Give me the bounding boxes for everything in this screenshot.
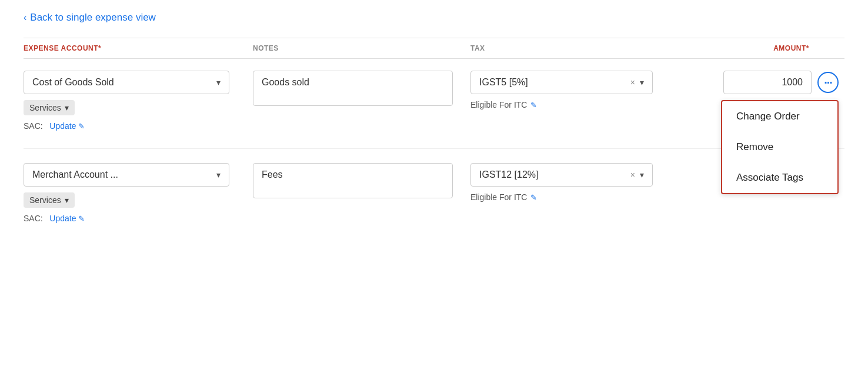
notes-col-1: Goods sold — [253, 71, 470, 108]
tax-select-label-1: IGST5 [5%] — [479, 77, 528, 88]
account-select-arrow-2: ▾ — [216, 170, 221, 179]
dropdown-item-associate-tags[interactable]: Associate Tags — [722, 162, 837, 193]
services-tag-label-2: Services — [29, 195, 61, 205]
amount-input-1[interactable] — [723, 71, 812, 94]
sac-prefix-1: SAC: — [24, 121, 43, 131]
dropdown-item-remove[interactable]: Remove — [722, 132, 837, 162]
col-header-expense-account: EXPENSE ACCOUNT* — [24, 44, 253, 52]
services-tag-arrow-2: ▾ — [65, 195, 69, 205]
eligible-itc-edit-1[interactable]: ✎ — [530, 101, 537, 109]
eligible-itc-1: Eligible For ITC ✎ — [470, 100, 659, 109]
account-select-2[interactable]: Merchant Account ... ▾ — [24, 163, 229, 187]
tax-select-1[interactable]: IGST5 [5%] × ▾ — [470, 71, 653, 94]
tax-arrow-icon-1: ▾ — [640, 78, 644, 87]
amount-wrapper-1: ··· Change Order Remove Associate Tags — [723, 71, 839, 94]
col-header-notes: NOTES — [253, 44, 470, 52]
account-select-label-1: Cost of Goods Sold — [32, 77, 114, 88]
amount-col-1: ··· Change Order Remove Associate Tags — [670, 71, 844, 94]
eligible-itc-edit-2[interactable]: ✎ — [530, 193, 537, 202]
more-btn-1[interactable]: ··· — [817, 72, 839, 93]
tax-actions-1: × ▾ — [630, 78, 644, 87]
tax-col-2: IGST12 [12%] × ▾ Eligible For ITC ✎ — [470, 163, 670, 202]
sac-update-link-2[interactable]: Update ✎ — [49, 214, 85, 223]
services-tag-label-1: Services — [29, 103, 61, 112]
eligible-itc-label-1: Eligible For ITC — [470, 100, 527, 109]
dropdown-menu-1: Change Order Remove Associate Tags — [721, 100, 839, 194]
page-container: ‹ Back to single expense view EXPENSE AC… — [0, 0, 868, 264]
notes-input-1[interactable]: Goods sold — [253, 71, 453, 106]
sac-row-1: SAC: Update ✎ — [24, 121, 241, 131]
tax-clear-btn-1[interactable]: × — [630, 78, 635, 87]
sac-row-2: SAC: Update ✎ — [24, 214, 241, 223]
dropdown-item-change-order[interactable]: Change Order — [722, 101, 837, 132]
tax-select-2[interactable]: IGST12 [12%] × ▾ — [470, 163, 653, 187]
back-link-label: Back to single expense view — [30, 12, 156, 24]
back-link[interactable]: ‹ Back to single expense view — [24, 12, 156, 24]
chevron-left-icon: ‹ — [24, 12, 26, 23]
services-tag-2[interactable]: Services ▾ — [24, 192, 75, 208]
col-header-amount: AMOUNT* — [670, 44, 844, 52]
sac-edit-icon-2: ✎ — [78, 214, 85, 223]
more-btn-dots-1: ··· — [824, 77, 832, 88]
tax-arrow-icon-2: ▾ — [640, 170, 644, 179]
account-col-1: Cost of Goods Sold ▾ Services ▾ SAC: Upd… — [24, 71, 253, 131]
account-col-2: Merchant Account ... ▾ Services ▾ SAC: U… — [24, 163, 253, 223]
tax-select-label-2: IGST12 [12%] — [479, 169, 539, 180]
notes-col-2: Fees — [253, 163, 470, 201]
table-header: EXPENSE ACCOUNT* NOTES TAX AMOUNT* — [24, 38, 844, 59]
sac-prefix-2: SAC: — [24, 214, 43, 223]
account-select-label-2: Merchant Account ... — [32, 169, 118, 180]
expense-row-1: Cost of Goods Sold ▾ Services ▾ SAC: Upd… — [24, 71, 844, 131]
tax-actions-2: × ▾ — [630, 170, 644, 179]
eligible-itc-label-2: Eligible For ITC — [470, 192, 527, 202]
account-select-1[interactable]: Cost of Goods Sold ▾ — [24, 71, 229, 94]
account-select-arrow-1: ▾ — [216, 78, 221, 87]
sac-edit-icon-1: ✎ — [78, 122, 85, 131]
eligible-itc-2: Eligible For ITC ✎ — [470, 192, 659, 202]
sac-update-link-1[interactable]: Update ✎ — [49, 121, 85, 131]
services-tag-1[interactable]: Services ▾ — [24, 100, 75, 115]
col-header-tax: TAX — [470, 44, 670, 52]
notes-input-2[interactable]: Fees — [253, 163, 453, 198]
services-tag-arrow-1: ▾ — [65, 103, 69, 112]
tax-col-1: IGST5 [5%] × ▾ Eligible For ITC ✎ — [470, 71, 670, 109]
tax-clear-btn-2[interactable]: × — [630, 170, 635, 179]
